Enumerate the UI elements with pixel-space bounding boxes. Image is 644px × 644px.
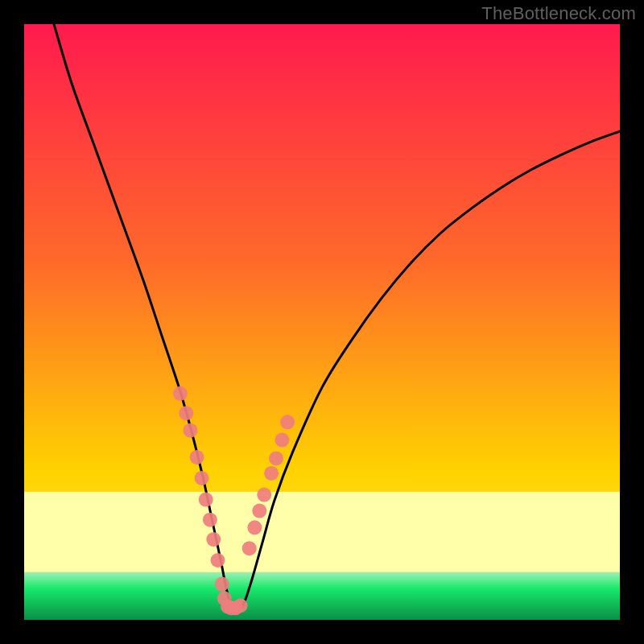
highlight-dot bbox=[199, 493, 213, 507]
highlight-dot bbox=[179, 406, 193, 420]
highlight-dot bbox=[190, 450, 204, 464]
highlight-dot bbox=[257, 488, 271, 502]
highlight-dot bbox=[269, 451, 283, 465]
plot-area bbox=[24, 24, 620, 620]
highlight-dot bbox=[264, 466, 279, 481]
watermark-text: TheBottleneck.com bbox=[481, 3, 636, 24]
highlight-dot bbox=[242, 541, 257, 555]
bottleneck-chart bbox=[0, 0, 644, 644]
highlight-dot bbox=[195, 471, 209, 485]
highlight-dot bbox=[183, 423, 197, 438]
highlight-dot bbox=[215, 577, 229, 592]
highlight-dot bbox=[173, 386, 188, 401]
green-band bbox=[24, 572, 620, 620]
highlight-dot bbox=[211, 553, 225, 568]
highlight-dot bbox=[252, 504, 266, 518]
highlight-dot bbox=[275, 433, 289, 448]
highlight-dot bbox=[203, 513, 217, 527]
chart-frame: TheBottleneck.com bbox=[0, 0, 644, 644]
highlight-dot bbox=[280, 415, 295, 429]
pale-yellow-band bbox=[24, 492, 620, 572]
highlight-dot bbox=[247, 520, 262, 535]
highlight-dot bbox=[233, 598, 248, 613]
highlight-dot bbox=[206, 532, 221, 547]
